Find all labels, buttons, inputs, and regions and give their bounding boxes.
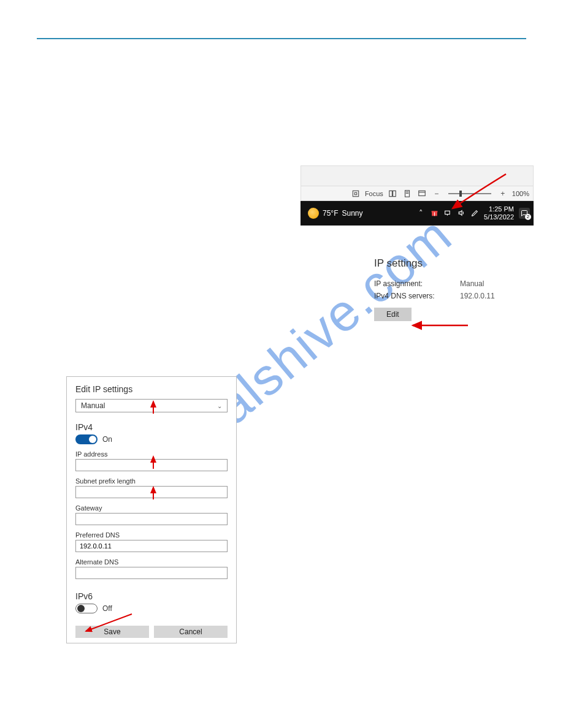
- taskbar-clock[interactable]: 1:25 PM 5/13/2022: [484, 205, 514, 221]
- ipv6-toggle[interactable]: [75, 604, 98, 613]
- svg-rect-0: [353, 191, 358, 196]
- network-icon[interactable]: [443, 209, 452, 218]
- ip-settings-panel: IP settings IP assignment: Manual IPv4 D…: [374, 257, 534, 321]
- ip-assignment-label: IP assignment:: [374, 279, 460, 288]
- focus-icon: [350, 188, 361, 199]
- gateway-label: Gateway: [75, 504, 228, 512]
- ipv4-dns-label: IPv4 DNS servers:: [374, 292, 460, 300]
- ip-address-label: IP address: [75, 450, 228, 458]
- chevron-up-icon[interactable]: ˄: [416, 209, 425, 218]
- ip-assignment-value: Manual: [460, 279, 484, 288]
- ipv6-toggle-label: Off: [102, 604, 112, 613]
- read-mode-icon: [387, 188, 398, 199]
- web-layout-icon: [416, 188, 427, 199]
- weather-temp: 75°F: [323, 209, 338, 218]
- sun-icon: [308, 208, 319, 219]
- svg-rect-1: [354, 192, 357, 195]
- ipv4-dns-value: 192.0.0.11: [460, 292, 495, 300]
- alternate-dns-label: Alternate DNS: [75, 558, 228, 566]
- preferred-dns-input[interactable]: [75, 540, 228, 552]
- arrow-annotation: [410, 320, 471, 332]
- zoom-percentage: 100%: [512, 190, 529, 197]
- ip-settings-title: IP settings: [374, 257, 534, 270]
- ipv4-toggle-label: On: [102, 435, 112, 444]
- edit-ip-settings-dialog: Edit IP settings Manual ⌄ IPv4 On IP add…: [66, 376, 237, 643]
- weather-widget[interactable]: 75°F Sunny: [304, 208, 363, 219]
- svg-rect-9: [431, 211, 437, 212]
- taskbar-time: 1:25 PM: [484, 205, 514, 213]
- weather-condition: Sunny: [342, 209, 362, 218]
- cancel-button[interactable]: Cancel: [154, 626, 228, 638]
- gift-icon[interactable]: [430, 209, 439, 218]
- alternate-dns-input[interactable]: [75, 567, 228, 579]
- focus-label: Focus: [365, 190, 383, 197]
- ipv4-section-title: IPv4: [75, 422, 228, 432]
- header-rule: [37, 38, 526, 39]
- notifications-icon[interactable]: [519, 208, 530, 219]
- taskbar-screenshot: Focus − + 100% 75°F Sunny: [301, 165, 534, 226]
- svg-rect-8: [434, 212, 435, 216]
- preferred-dns-label: Preferred DNS: [75, 531, 228, 539]
- zoom-out-icon: −: [431, 188, 442, 199]
- taskbar-date: 5/13/2022: [484, 213, 514, 221]
- pen-icon[interactable]: [470, 209, 479, 218]
- subnet-input[interactable]: [75, 486, 228, 498]
- zoom-slider[interactable]: [448, 193, 491, 194]
- svg-rect-10: [445, 211, 450, 214]
- gateway-input[interactable]: [75, 513, 228, 525]
- zoom-in-icon: +: [497, 188, 508, 199]
- ip-mode-value: Manual: [81, 401, 105, 410]
- subnet-label: Subnet prefix length: [75, 477, 228, 485]
- print-layout-icon: [402, 188, 413, 199]
- dialog-title: Edit IP settings: [75, 384, 228, 394]
- ip-mode-select[interactable]: Manual ⌄: [75, 399, 228, 412]
- ipv6-section-title: IPv6: [75, 591, 228, 601]
- chevron-down-icon: ⌄: [217, 403, 222, 409]
- edit-button[interactable]: Edit: [374, 308, 412, 321]
- save-button[interactable]: Save: [75, 626, 149, 638]
- ip-address-input[interactable]: [75, 459, 228, 471]
- speaker-icon[interactable]: [457, 209, 465, 218]
- svg-rect-5: [419, 191, 426, 195]
- ipv4-toggle[interactable]: [75, 434, 98, 444]
